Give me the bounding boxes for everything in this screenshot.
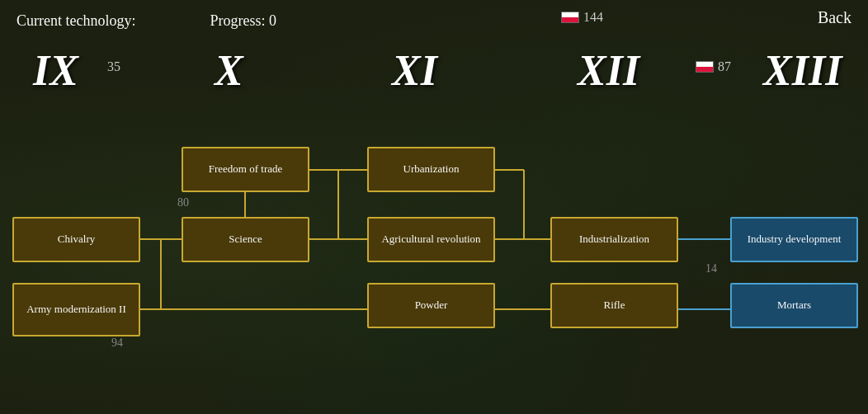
tech-node-chivalry[interactable]: Chivalry [12, 217, 140, 262]
era-xi-label: XI [392, 46, 437, 95]
era-xiii-label: XIII [763, 46, 842, 95]
back-button[interactable]: Back [818, 8, 851, 27]
tech-node-freedom-of-trade[interactable]: Freedom of trade [182, 147, 309, 192]
tech-node-mortars[interactable]: Mortars [730, 283, 858, 328]
tech-node-science[interactable]: Science [182, 217, 309, 262]
era-x-label: X [215, 46, 243, 95]
tech-node-agricultural-revolution[interactable]: Agricultural revolution [367, 217, 495, 262]
era-ix-label: IX [33, 46, 78, 95]
tech-node-industrialization[interactable]: Industrialization [550, 217, 678, 262]
tech-node-powder[interactable]: Powder [367, 283, 495, 328]
era-bar: IX X XI XII XIII [0, 45, 868, 95]
header: Current technology: Progress: 0 Back [0, 0, 868, 41]
tech-node-industry-development[interactable]: Industry development [730, 217, 858, 262]
current-tech-label: Current technology: [17, 12, 135, 30]
tech-node-army-mod[interactable]: Army modernization II [12, 283, 140, 336]
tech-node-urbanization[interactable]: Urbanization [367, 147, 495, 192]
tech-node-rifle[interactable]: Rifle [550, 283, 678, 328]
era-xii-label: XII [578, 46, 639, 95]
progress-label: Progress: 0 [210, 12, 276, 30]
